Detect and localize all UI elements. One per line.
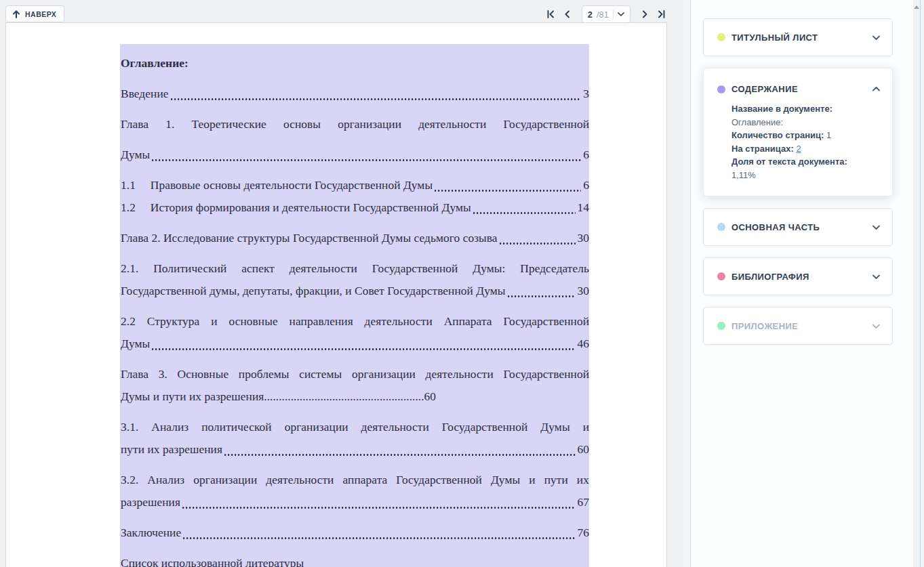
document-viewer-pane: НАВЕРХ 2/81: [0, 0, 683, 567]
arrow-up-icon: [12, 9, 20, 18]
section-color-dot-icon: [717, 223, 725, 231]
last-page-button[interactable]: [654, 5, 668, 23]
section-color-dot-icon: [717, 322, 725, 330]
dot-leader: [151, 333, 576, 355]
dot-leader: [170, 83, 582, 105]
toc-line: Государственной думы, депутаты, фракции,…: [121, 280, 589, 302]
toc-line: 1.2 История формирования и деятельности …: [121, 196, 589, 219]
chevron-down-icon[interactable]: [872, 274, 880, 279]
dot-leader: [182, 522, 576, 544]
detail-value: 1: [826, 130, 831, 140]
toc-line: Введение3: [121, 83, 589, 105]
toc-line: Глава 2. Исследование структуры Государс…: [121, 227, 589, 249]
structure-sidebar: ТИТУЛЬНЫЙ ЛИСТСОДЕРЖАНИЕНазвание в докум…: [691, 0, 914, 567]
dot-leader: [507, 280, 576, 302]
section-details: Название в документе:Оглавление:Количест…: [704, 96, 892, 196]
dot-leader: [182, 491, 576, 513]
section-title: ТИТУЛЬНЫЙ ЛИСТ: [731, 33, 872, 43]
sidebar-scrollbar[interactable]: [913, 0, 920, 567]
dot-leader: [434, 174, 582, 196]
detail-row: Количество страниц: 1: [731, 129, 881, 142]
detail-label: Количество страниц:: [731, 130, 826, 140]
dot-leader: [499, 227, 576, 249]
sidebar-sections: ТИТУЛЬНЫЙ ЛИСТСОДЕРЖАНИЕНазвание в докум…: [703, 18, 914, 345]
toc-line: Список использованной литературы: [121, 552, 589, 567]
toc-line: Думы6: [121, 144, 589, 166]
toc-line: 2.1. Политический аспект деятельности Го…: [121, 257, 589, 280]
sidebar-section-bibliografiya[interactable]: БИБЛИОГРАФИЯ: [703, 257, 893, 295]
total-pages: /81: [597, 9, 609, 20]
toc-line: Оглавление:: [121, 52, 589, 75]
prev-page-button[interactable]: [561, 5, 575, 23]
section-color-dot-icon: [717, 272, 725, 280]
chevron-down-icon[interactable]: [872, 225, 880, 230]
scroll-up-arrow-icon[interactable]: [914, 5, 919, 9]
detail-row: На страницах: 2: [731, 142, 881, 156]
page-navigation: 2/81: [544, 5, 668, 23]
chevron-down-icon: [618, 12, 624, 16]
toc-line: 3.2. Анализ организации деятельности апп…: [121, 469, 589, 491]
detail-row: Название в документе:Оглавление:: [731, 102, 881, 129]
sidebar-section-soderzhanie[interactable]: СОДЕРЖАНИЕНазвание в документе:Оглавлени…: [703, 68, 893, 196]
section-color-dot-icon: [717, 85, 725, 93]
detail-label: Доля от текста документа:: [731, 156, 847, 167]
section-header[interactable]: СОДЕРЖАНИЕ: [704, 68, 892, 96]
section-title: ОСНОВНАЯ ЧАСТЬ: [731, 222, 872, 232]
toc-line: 2.2 Структура и основные направления дея…: [121, 310, 589, 333]
detail-value: 1,11%: [731, 169, 881, 182]
section-title: БИБЛИОГРАФИЯ: [731, 272, 872, 282]
section-header[interactable]: ТИТУЛЬНЫЙ ЛИСТ: [704, 19, 892, 56]
chevron-down-icon[interactable]: [872, 324, 880, 329]
chevron-up-icon[interactable]: [872, 87, 880, 91]
detail-label: Название в документе:: [731, 104, 832, 114]
toc-line: 3.1. Анализ политической организации дея…: [121, 416, 589, 438]
sidebar-section-titulnyy-list[interactable]: ТИТУЛЬНЫЙ ЛИСТ: [703, 18, 893, 56]
section-title: СОДЕРЖАНИЕ: [731, 84, 872, 94]
detail-label: На страницах:: [731, 144, 796, 154]
sidebar-section-prilozhenie[interactable]: ПРИЛОЖЕНИЕ: [703, 307, 893, 345]
detail-row: Доля от текста документа:1,11%: [731, 155, 881, 182]
toc-line: пути их разрешения60: [121, 438, 589, 461]
window-edge: [920, 0, 924, 567]
sidebar-section-osnovnaya-chast[interactable]: ОСНОВНАЯ ЧАСТЬ: [703, 208, 893, 246]
next-page-button[interactable]: [637, 5, 651, 23]
toc-line: Думы46: [121, 333, 589, 355]
document-page: Оглавление:Введение3Глава 1. Теоретическ…: [5, 22, 667, 567]
first-page-button[interactable]: [544, 5, 558, 23]
dot-leader: [224, 438, 576, 461]
toc-line: Глава 1. Теоретические основы организаци…: [121, 113, 589, 135]
page-select-dropdown[interactable]: 2/81: [582, 5, 630, 23]
section-title: ПРИЛОЖЕНИЕ: [731, 321, 872, 331]
detail-value: Оглавление:: [731, 116, 881, 129]
dot-leader: [151, 144, 582, 166]
chevron-down-icon[interactable]: [872, 35, 880, 40]
section-header[interactable]: ПРИЛОЖЕНИЕ: [704, 308, 892, 344]
section-header[interactable]: ОСНОВНАЯ ЧАСТЬ: [704, 209, 892, 245]
toc-highlight-block: Оглавление:Введение3Глава 1. Теоретическ…: [120, 44, 589, 567]
section-header[interactable]: БИБЛИОГРАФИЯ: [704, 258, 892, 295]
current-page-number: 2: [588, 9, 592, 20]
back-to-top-button[interactable]: НАВЕРХ: [5, 5, 64, 22]
back-to-top-label: НАВЕРХ: [25, 10, 56, 18]
toc-line: разрешения67: [121, 491, 589, 513]
dot-leader: [473, 196, 576, 219]
pane-divider: [683, 0, 691, 567]
divider: [613, 9, 614, 19]
toc-line: Заключение76: [121, 522, 589, 544]
page-link[interactable]: 2: [796, 144, 801, 154]
toc-line: 1.1 Правовые основы деятельности Государ…: [121, 174, 589, 196]
section-color-dot-icon: [717, 33, 725, 41]
toc-line: Глава 3. Основные проблемы системы орган…: [121, 363, 589, 385]
toc-line: Думы и пути их разрешения...............…: [121, 385, 589, 408]
